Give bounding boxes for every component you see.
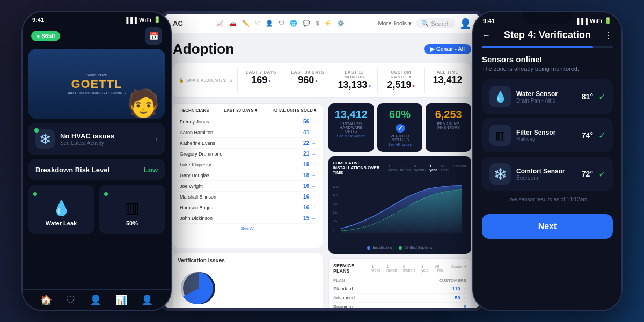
shield2-icon[interactable]: 🛡 (279, 20, 284, 27)
person-icon[interactable]: 👤 (266, 20, 273, 27)
filter-card[interactable]: ▥ 50% (99, 185, 165, 234)
scene: 9:41 ▐▐▐ WiFi 🔋 ● $650 📅 Since 2020 GOET… (0, 0, 644, 322)
water-leak-card[interactable]: 💧 Water Leak (28, 185, 94, 234)
more-options-button[interactable]: ⋮ (604, 30, 613, 40)
comfort-sensor-location: Bedroom (516, 175, 576, 181)
search-icon: 🔍 (421, 20, 429, 27)
hvac-status-dot (34, 128, 39, 133)
stat-30days-number: 960 • (289, 75, 326, 86)
table-row: Harrison Boggs16 → (178, 202, 318, 213)
metric-installed-number: 13,412 (334, 108, 369, 121)
water-sensor-temp: 81° (582, 92, 593, 101)
metric-installed: 13,412 INSTALLED HARDWARE UNITS See Most… (328, 103, 374, 152)
see-all-link[interactable]: See All (178, 224, 318, 233)
progress-bar-fill (482, 46, 593, 48)
right-wifi-icon: WiFi (590, 18, 602, 24)
chevron-right-icon: › (155, 135, 158, 143)
chart-tab-custom[interactable]: Custom▾ (452, 164, 467, 172)
sp-tab-custom[interactable]: Custom▾ (451, 265, 466, 272)
back-button[interactable]: ← (482, 31, 491, 40)
stat-30days-period: LAST 30 DAYS (289, 70, 326, 75)
calendar-button[interactable]: 📅 (145, 27, 162, 45)
phone-left: 9:41 ▐▐▐ WiFi 🔋 ● $650 📅 Since 2020 GOET… (21, 11, 172, 311)
hvac-card[interactable]: ❄️ No HVAC issues See Latest Activity › (28, 123, 165, 155)
phone-notch (72, 12, 121, 24)
chart-legend: Installations Verified Systems (333, 246, 467, 250)
chart-tab-1week[interactable]: 1 week (388, 164, 397, 172)
sp-tab-1year[interactable]: 1 year (421, 265, 431, 272)
comfort-sensor-info: Comfort Sensor Bedroom (516, 167, 576, 181)
chart-tab-6months[interactable]: 6 months (414, 164, 426, 172)
table-row: Marshall Ellinson16 → (178, 192, 318, 202)
sp-col-plan: PLAN (333, 278, 345, 283)
genair-badge[interactable]: ▶ Genair - All (424, 44, 471, 54)
sp-advanced-count: 59 → (455, 295, 466, 301)
chart-tab-alltime[interactable]: All Time (441, 164, 449, 172)
connect-icon[interactable]: ⚡ (324, 20, 332, 27)
tablet-nav-icons: 📈 🚗 ✏️ ♡ 👤 🛡 🌐 💬 $ ⚡ ⚙️ (216, 20, 345, 27)
hvac-title: No HVAC issues (60, 132, 114, 140)
legend-verified-label: Verified Systems (404, 246, 432, 250)
filter-sensor-icon: ▥ (489, 125, 511, 146)
sp-tab-1week[interactable]: 1 week (371, 265, 383, 272)
chart-area: CUMULATIVE INSTALLATIONS OVER TIME 1 wee… (328, 156, 471, 254)
water-sensor-icon: 💧 (489, 86, 511, 107)
chart-title-row: CUMULATIVE INSTALLATIONS OVER TIME 1 wee… (333, 160, 467, 175)
sp-tab-1month[interactable]: 1 month (386, 265, 400, 272)
next-button[interactable]: Next (482, 214, 613, 239)
tablet-top-bar: AC 📈 🚗 ✏️ ♡ 👤 🛡 🌐 💬 $ ⚡ ⚙️ More Tools ▾ … (164, 14, 480, 33)
success-section: Sensors online! The zone is already bein… (482, 55, 613, 72)
stat-custom[interactable]: CUSTOM RANGE ▾ 2,519 • (378, 68, 425, 93)
metric-installed-link[interactable]: See Most Recent (334, 134, 369, 138)
nav-stats[interactable]: 📊 (115, 294, 127, 306)
nav-profile[interactable]: 👤 (90, 294, 101, 306)
more-tools-button[interactable]: More Tools ▾ (378, 20, 412, 27)
water-dot (33, 192, 37, 196)
filter-icon: ▥ (125, 199, 139, 217)
tech-rows: Freddy Jonas56 → Aaron Hamilton41 → Kath… (178, 116, 318, 224)
metric-verified-link[interactable]: See All Issues (383, 143, 418, 147)
sp-tab-6months[interactable]: 6 months (403, 265, 418, 272)
chart-tab-1month[interactable]: 1 month (400, 164, 411, 172)
verification-box: Verification Issues (173, 253, 323, 308)
chart-tab-1year[interactable]: 1 year (429, 164, 437, 172)
sp-tabs: 1 week 1 month 6 months 1 year All Time … (371, 265, 466, 272)
settings-icon[interactable]: ⚙️ (337, 20, 345, 27)
sp-tab-alltime[interactable]: All Time (435, 265, 448, 272)
edit-icon[interactable]: ✏️ (242, 20, 250, 27)
hvac-icon-wrap: ❄️ (35, 129, 55, 149)
legend-installations: Installations (367, 246, 392, 250)
nav-shield[interactable]: 🛡 (66, 295, 76, 306)
progress-bar (482, 46, 613, 48)
water-sensor-info: Water Sensor Drain Pan • Attic (516, 90, 576, 104)
car-icon[interactable]: 🚗 (229, 20, 237, 27)
chart-tabs: 1 week 1 month 6 months 1 year All Time … (388, 164, 467, 172)
nav-home[interactable]: 🏠 (40, 294, 52, 306)
right-panel: 13,412 INSTALLED HARDWARE UNITS See Most… (328, 103, 471, 308)
verification-title: Verification Issues (178, 258, 318, 264)
right-signal-icon: ▐▐▐ (575, 18, 587, 24)
filter-label: 50% (126, 220, 138, 226)
water-sensor-location: Drain Pan • Attic (516, 98, 576, 104)
filter-dot (104, 192, 108, 196)
stat-7days-number: 169 • (242, 75, 280, 86)
globe-icon[interactable]: 🌐 (290, 20, 297, 27)
water-icon: 💧 (52, 199, 71, 217)
nav-account[interactable]: 👤 (141, 294, 153, 306)
search-bar[interactable]: 🔍 Search (416, 18, 455, 28)
heart-icon[interactable]: ♡ (255, 20, 260, 27)
tablet-logo: AC (173, 19, 183, 27)
chart-title: CUMULATIVE INSTALLATIONS OVER TIME (333, 160, 388, 175)
chart-icon[interactable]: 📈 (216, 20, 224, 27)
svg-text:0: 0 (333, 229, 334, 231)
filter-sensor-info: Filter Sensor Hallway (516, 129, 576, 142)
metric-verified-label: VERIFIED INSTALLS (383, 134, 418, 142)
tablet-content: Adoption ▶ Genair - All 🔒 SMARTAC.COM UN… (164, 33, 480, 308)
bubble-icon[interactable]: 💬 (303, 20, 310, 27)
hvac-left: ❄️ No HVAC issues See Latest Activity (35, 129, 114, 149)
stats-row: 🔒 SMARTAC.COM UNITS LAST 7 DAYS 169 • LA… (173, 63, 471, 98)
filter-sensor-check: ✓ (598, 130, 605, 141)
lock-icon: 🔒 (179, 78, 184, 83)
table-row: Katherine Evans22 → (178, 138, 318, 149)
dollar-icon[interactable]: $ (316, 20, 319, 27)
